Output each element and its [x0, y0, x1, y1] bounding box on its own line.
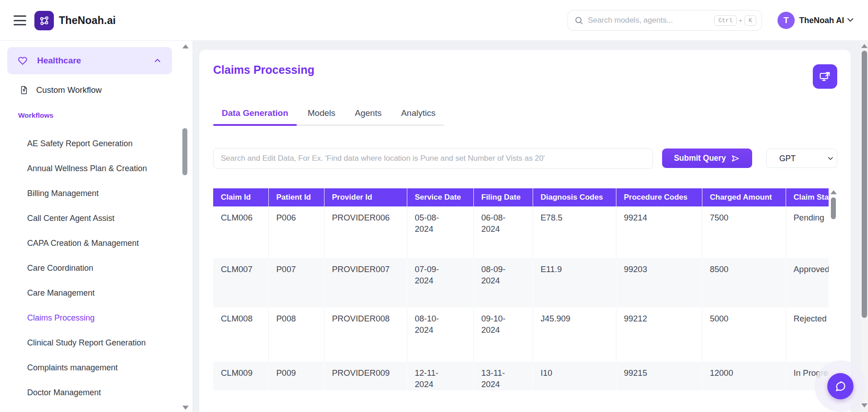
cell-provider-id: PROVIDER007	[324, 258, 407, 307]
heart-icon	[17, 55, 28, 66]
sidebar-scrollbar-thumb[interactable]	[182, 128, 187, 175]
table-header-cell: Filing Date	[473, 188, 533, 206]
table-scroll-up-icon[interactable]	[830, 190, 837, 194]
data-query-input[interactable]	[213, 148, 653, 169]
tab[interactable]: Data Generation	[213, 101, 297, 125]
cell-diagnosis-codes: E11.9	[533, 258, 616, 307]
cell-claim-status: Approved	[786, 258, 829, 307]
tab[interactable]: Agents	[346, 101, 390, 125]
workflow-list: AE Safety Report GenerationAnnual Wellne…	[0, 131, 181, 405]
chat-button[interactable]	[827, 373, 854, 399]
brand-logo-icon[interactable]	[34, 11, 54, 30]
cell-procedure-codes: 99203	[616, 258, 702, 307]
model-select[interactable]: GPT	[766, 149, 837, 168]
cell-diagnosis-codes: J45.909	[533, 307, 616, 362]
send-icon	[730, 153, 740, 163]
cell-claim-id: CLM007	[213, 258, 268, 307]
kbd-ctrl: Ctrl	[714, 15, 736, 26]
app-window: TheNoah.ai Ctrl + K T TheNoah AI Healthc…	[0, 0, 868, 412]
cell-charged-amount: 8500	[702, 258, 786, 307]
table-header-cell: Provider Id	[324, 188, 407, 206]
table-header-cell: Diagnosis Codes	[533, 188, 616, 206]
table-row: CLM009 P009 PROVIDER009 12-11-2024 13-11…	[213, 362, 829, 390]
table-header-cell: Charged Amount	[702, 188, 786, 206]
sidebar-scroll-down-icon[interactable]	[182, 406, 189, 410]
sidebar-scroll-up-icon[interactable]	[182, 44, 189, 48]
menu-icon[interactable]	[14, 14, 27, 26]
cell-claim-status: Rejected	[786, 307, 829, 362]
brand-name: TheNoah.ai	[59, 0, 116, 41]
sidebar-workflow-item[interactable]: CAPA Creation & Management	[0, 231, 181, 256]
workflows-section-label: Workflows	[18, 111, 53, 120]
sidebar-workflow-item[interactable]: Annual Wellness Plan & Creation	[0, 156, 181, 181]
cell-charged-amount: 5000	[702, 307, 786, 362]
tab[interactable]: Models	[299, 101, 344, 125]
chat-icon	[834, 379, 847, 393]
claims-table-wrap: Claim IdPatient IdProvider IdService Dat…	[213, 188, 829, 412]
claims-table: Claim IdPatient IdProvider IdService Dat…	[213, 188, 829, 390]
sidebar-custom-workflow-label: Custom Workflow	[36, 85, 102, 95]
table-scrollbar-thumb[interactable]	[831, 197, 836, 219]
cell-diagnosis-codes: E78.5	[533, 206, 616, 258]
global-search[interactable]: Ctrl + K	[568, 10, 762, 31]
cell-patient-id: P009	[268, 362, 324, 390]
table-row: CLM007 P007 PROVIDER007 07-09-2024 08-09…	[213, 258, 829, 307]
submit-query-label: Submit Query	[674, 153, 726, 163]
cell-charged-amount: 7500	[702, 206, 786, 258]
cell-provider-id: PROVIDER006	[324, 206, 407, 258]
tab[interactable]: Analytics	[392, 101, 444, 125]
user-name[interactable]: TheNoah AI	[799, 0, 844, 41]
table-header-cell: Service Date	[407, 188, 473, 206]
sidebar-workflow-item[interactable]: Billing Management	[0, 181, 181, 206]
sidebar-workflow-item[interactable]: Clinical Study Report Generation	[0, 331, 181, 355]
tab-bar: Data GenerationModelsAgentsAnalytics	[213, 101, 444, 126]
table-header-cell: Claim Status	[786, 188, 829, 206]
chevron-up-icon	[153, 56, 162, 65]
cell-filing-date: 08-09-2024	[473, 258, 533, 307]
sidebar-workflow-item[interactable]: Claims Processing	[0, 306, 181, 331]
cell-service-date: 12-11-2024	[407, 362, 473, 390]
sidebar-workflow-item[interactable]: Call Center Agent Assist	[0, 206, 181, 231]
top-bar: TheNoah.ai Ctrl + K T TheNoah AI	[0, 0, 868, 41]
table-row: CLM008 P008 PROVIDER008 08-10-2024 09-10…	[213, 307, 829, 362]
cell-procedure-codes: 99214	[616, 206, 702, 258]
sidebar-workflow-item[interactable]: AE Safety Report Generation	[0, 131, 181, 156]
submit-query-button[interactable]: Submit Query	[662, 149, 752, 168]
page-scrollbar[interactable]	[861, 41, 868, 412]
sidebar-item-healthcare[interactable]: Healthcare	[7, 47, 172, 74]
cell-provider-id: PROVIDER009	[324, 362, 407, 390]
sidebar-workflow-item[interactable]: Care Management	[0, 281, 181, 306]
cell-patient-id: P007	[268, 258, 324, 307]
cell-patient-id: P006	[268, 206, 324, 258]
cell-charged-amount: 12000	[702, 362, 786, 390]
sidebar-workflow-item[interactable]: Complaints management	[0, 355, 181, 380]
global-search-input[interactable]	[583, 16, 714, 25]
sidebar: Healthcare Custom Workflow Workflows AE …	[0, 41, 192, 412]
cell-service-date: 07-09-2024	[407, 258, 473, 307]
avatar[interactable]: T	[777, 12, 795, 29]
page-title: Claims Processing	[213, 63, 315, 77]
cell-procedure-codes: 99212	[616, 307, 702, 362]
page-scrollbar-thumb[interactable]	[862, 51, 867, 318]
sidebar-workflow-item[interactable]: Doctor Management	[0, 380, 181, 405]
search-icon	[574, 16, 583, 25]
sidebar-item-custom-workflow[interactable]: Custom Workflow	[7, 80, 172, 101]
cell-claim-id: CLM006	[213, 206, 268, 258]
cell-claim-status: Pending	[786, 206, 829, 258]
file-upload-icon	[19, 85, 29, 95]
chevron-down-icon[interactable]	[845, 15, 855, 25]
page-scroll-down-icon[interactable]	[861, 403, 868, 407]
cell-filing-date: 09-10-2024	[473, 307, 533, 362]
page-scroll-up-icon[interactable]	[861, 44, 868, 48]
kbd-plus: +	[739, 17, 743, 24]
table-row: CLM006 P006 PROVIDER006 05-08-2024 06-08…	[213, 206, 829, 258]
cell-filing-date: 13-11-2024	[473, 362, 533, 390]
table-header-cell: Procedure Codes	[616, 188, 702, 206]
sidebar-workflow-item[interactable]: Care Coordination	[0, 256, 181, 281]
table-header-cell: Patient Id	[268, 188, 324, 206]
present-screen-button[interactable]	[813, 64, 837, 89]
sidebar-category-label: Healthcare	[37, 56, 153, 66]
cell-claim-id: CLM008	[213, 307, 268, 362]
cell-claim-id: CLM009	[213, 362, 268, 390]
cell-diagnosis-codes: I10	[533, 362, 616, 390]
